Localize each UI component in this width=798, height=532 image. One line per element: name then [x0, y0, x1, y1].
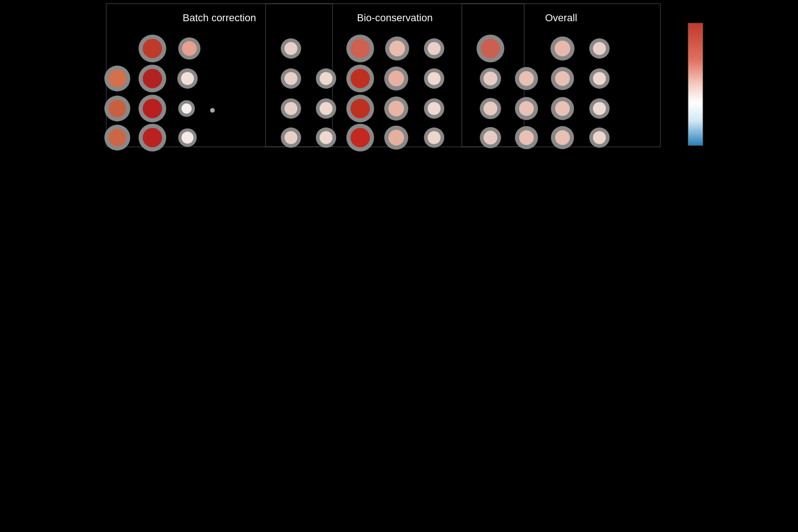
batch-correction-title: Batch correction: [183, 12, 256, 24]
dot-inner: [109, 70, 126, 87]
dot-inner: [519, 71, 534, 86]
dot-inner: [284, 102, 297, 115]
dot-inner: [181, 72, 194, 85]
dot-inner: [284, 42, 297, 55]
dot-inner: [428, 42, 441, 55]
dot-inner: [428, 72, 441, 85]
dot-inner: [555, 41, 570, 56]
dot-inner: [143, 128, 162, 147]
dot-inner: [555, 130, 570, 145]
dot-inner: [481, 39, 500, 58]
chart-area: Batch correction Bio-conservation: [0, 0, 798, 532]
dot-tiny: [210, 108, 215, 113]
dot-inner: [428, 131, 441, 144]
dot-inner: [555, 71, 570, 86]
dot-inner: [351, 39, 370, 58]
dot-inner: [389, 41, 405, 56]
dot-inner: [109, 129, 126, 146]
overall-title: Overall: [545, 12, 577, 24]
dot-inner: [593, 72, 606, 85]
dot-inner: [484, 131, 497, 145]
dot-inner: [593, 42, 606, 55]
dot-inner: [593, 131, 606, 144]
dot-inner: [143, 99, 162, 118]
dot-inner: [181, 103, 192, 114]
dot-inner: [320, 131, 332, 144]
dot-inner: [484, 102, 497, 115]
colorbar: [688, 23, 703, 145]
dot-inner: [351, 128, 370, 147]
dot-inner: [388, 130, 404, 145]
dot-inner: [428, 102, 441, 115]
dot-inner: [388, 71, 404, 86]
dot-inner: [555, 101, 570, 116]
dot-inner: [519, 130, 534, 145]
dot-inner: [284, 72, 297, 85]
dot-inner: [109, 100, 126, 117]
dot-inner: [519, 101, 534, 116]
dot-inner: [388, 101, 404, 116]
dot-inner: [143, 39, 162, 58]
dot-inner: [351, 69, 370, 88]
dot-inner: [182, 41, 197, 56]
dot-inner: [320, 72, 332, 85]
dot-inner: [351, 99, 370, 118]
dot-inner: [181, 132, 193, 144]
dot-inner: [593, 102, 606, 115]
bio-conservation-title: Bio-conservation: [357, 12, 433, 24]
dot-inner: [143, 69, 162, 88]
dot-inner: [284, 131, 297, 144]
dot-inner: [320, 102, 332, 115]
dot-inner: [484, 72, 497, 85]
